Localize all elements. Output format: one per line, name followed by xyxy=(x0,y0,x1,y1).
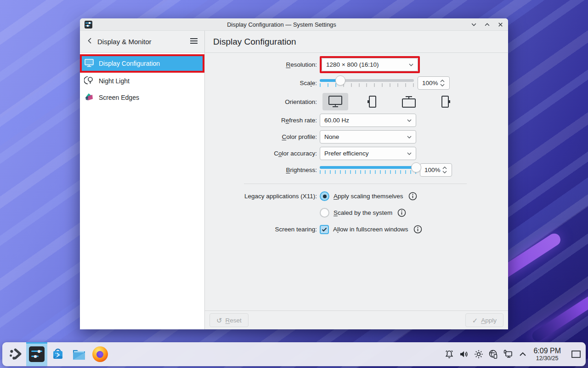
color-accuracy-label: Color accuracy: xyxy=(205,150,320,157)
clock[interactable]: 6:09 PM 12/30/25 xyxy=(533,347,561,362)
notifications-bell-icon[interactable] xyxy=(443,348,455,360)
screen-tearing-label: Screen tearing: xyxy=(205,226,320,233)
firefox-icon xyxy=(92,346,108,362)
clock-time: 6:09 PM xyxy=(533,347,561,355)
color-accuracy-row: Color accuracy: Prefer efficiency xyxy=(205,147,508,160)
screen-edges-icon xyxy=(84,92,94,103)
taskbar-item-discover[interactable] xyxy=(47,342,68,366)
expand-tray-chevron-icon[interactable] xyxy=(517,348,529,360)
checkbox-allow-fullscreen-label[interactable]: Allow in fullscreen windows xyxy=(333,226,408,233)
taskbar-item-firefox[interactable] xyxy=(90,342,111,366)
screen-tearing-row: Screen tearing: Allow in fullscreen wind… xyxy=(205,223,508,236)
legacy-x11-row-2: Scaled by the system xyxy=(205,206,508,219)
color-profile-label: Color profile: xyxy=(205,133,320,140)
scale-slider-ticks xyxy=(320,83,414,87)
display-config-form: Resolution: 588 × 368 (16:10) Scale: xyxy=(205,53,508,310)
kdeconnect-icon[interactable] xyxy=(487,348,499,360)
volume-icon[interactable] xyxy=(458,348,470,360)
brightness-slider-handle[interactable] xyxy=(411,162,421,172)
orientation-landscape-button[interactable] xyxy=(322,93,348,110)
back-icon[interactable] xyxy=(86,37,93,46)
sidebar-item-screen-edges[interactable]: Screen Edges xyxy=(80,89,204,106)
system-settings-icon xyxy=(29,346,45,362)
radio-scaled-by-system-label[interactable]: Scaled by the system xyxy=(334,209,392,216)
monitor-icon xyxy=(84,58,94,69)
discover-icon xyxy=(50,346,66,362)
brightness-icon[interactable] xyxy=(473,348,485,360)
titlebar[interactable]: Display Configuration — System Settings xyxy=(80,18,508,31)
taskbar-item-system-settings[interactable] xyxy=(26,342,47,366)
chevron-down-icon xyxy=(409,63,413,66)
refresh-rate-dropdown[interactable]: 60.00 Hz xyxy=(320,114,416,127)
resolution-dropdown[interactable]: 588 × 368 (16:10) xyxy=(322,58,418,71)
refresh-rate-label: Refresh rate: xyxy=(205,117,320,124)
checkbox-allow-fullscreen-tearing[interactable] xyxy=(320,225,329,234)
taskbar-item-files[interactable] xyxy=(68,342,90,366)
wallpaper-beam xyxy=(530,264,588,344)
radio-apply-scaling-label[interactable]: Apply scaling themselves xyxy=(334,193,403,200)
scale-label: Scale: xyxy=(205,80,320,86)
spin-down-icon xyxy=(440,84,445,86)
folder-icon xyxy=(71,346,87,362)
scale-spinbox[interactable]: 100% xyxy=(418,76,450,90)
hamburger-menu-icon[interactable] xyxy=(190,38,198,46)
orientation-label: Orientation: xyxy=(205,98,320,105)
chevron-down-icon xyxy=(407,136,412,138)
info-icon[interactable] xyxy=(397,208,406,217)
orientation-row: Orientation: xyxy=(205,93,508,110)
sidebar-item-display-configuration[interactable]: Display Configuration xyxy=(80,54,204,73)
orientation-portrait-flipped-button[interactable] xyxy=(433,93,458,110)
refresh-rate-value: 60.00 Hz xyxy=(324,117,407,124)
sidebar: Display & Monitor Display Configuration … xyxy=(80,31,205,329)
resolution-label: Resolution: xyxy=(205,61,320,68)
spin-up-icon xyxy=(442,167,447,169)
system-settings-window: Display Configuration — System Settings … xyxy=(80,18,508,329)
spin-down-icon xyxy=(442,171,447,173)
color-accuracy-dropdown[interactable]: Prefer efficiency xyxy=(320,147,416,160)
color-profile-dropdown[interactable]: None xyxy=(320,130,416,144)
app-launcher-button[interactable] xyxy=(5,342,26,366)
chevron-down-icon xyxy=(407,152,412,155)
night-light-icon xyxy=(84,75,94,86)
orientation-landscape-flipped-button[interactable] xyxy=(396,93,422,110)
brightness-row: Brightness: 100% xyxy=(205,163,508,177)
sidebar-item-label: Display Configuration xyxy=(99,60,160,67)
brightness-spinbox[interactable]: 100% xyxy=(420,163,452,177)
breadcrumb[interactable]: Display & Monitor xyxy=(97,38,190,46)
check-icon: ✓ xyxy=(472,317,478,324)
kde-launcher-icon xyxy=(8,348,23,361)
maximize-icon[interactable] xyxy=(484,22,490,28)
spin-up-icon xyxy=(440,80,445,82)
chevron-down-icon xyxy=(407,119,412,122)
wired-network-icon[interactable] xyxy=(502,348,514,360)
undo-icon: ↺ xyxy=(216,317,222,324)
color-profile-row: Color profile: None xyxy=(205,130,508,144)
minimize-icon[interactable] xyxy=(471,22,477,28)
sidebar-item-label: Screen Edges xyxy=(99,94,139,101)
taskbar: 6:09 PM 12/30/25 xyxy=(2,342,586,366)
window-title: Display Configuration — System Settings xyxy=(92,21,471,28)
system-settings-app-icon xyxy=(85,21,92,29)
radio-scaled-by-system[interactable] xyxy=(320,208,329,218)
brightness-slider[interactable] xyxy=(320,163,416,177)
page-title: Display Configuration xyxy=(205,37,296,47)
sidebar-item-night-light[interactable]: Night Light xyxy=(80,73,204,89)
legacy-x11-row-1: Legacy applications (X11): Apply scaling… xyxy=(205,190,508,203)
footer-bar: ↺ Reset ✓ Apply xyxy=(205,310,508,329)
sidebar-item-label: Night Light xyxy=(99,77,130,85)
info-icon[interactable] xyxy=(408,192,417,201)
refresh-rate-row: Refresh rate: 60.00 Hz xyxy=(205,114,508,127)
annotation-highlight-resolution: 588 × 368 (16:10) xyxy=(320,56,420,73)
orientation-portrait-button[interactable] xyxy=(359,93,385,110)
scale-slider[interactable] xyxy=(320,76,414,90)
scale-value: 100% xyxy=(422,80,438,86)
info-icon[interactable] xyxy=(413,225,422,234)
sidebar-list: Display Configuration Night Light Screen… xyxy=(80,53,204,329)
close-icon[interactable] xyxy=(498,22,503,28)
show-desktop-button[interactable] xyxy=(569,345,583,363)
reset-button[interactable]: ↺ Reset xyxy=(209,313,249,327)
scale-slider-handle[interactable] xyxy=(335,75,345,86)
scale-row: Scale: 100% xyxy=(205,76,508,90)
radio-apply-scaling-themselves[interactable] xyxy=(320,191,329,201)
apply-button[interactable]: ✓ Apply xyxy=(465,313,503,327)
